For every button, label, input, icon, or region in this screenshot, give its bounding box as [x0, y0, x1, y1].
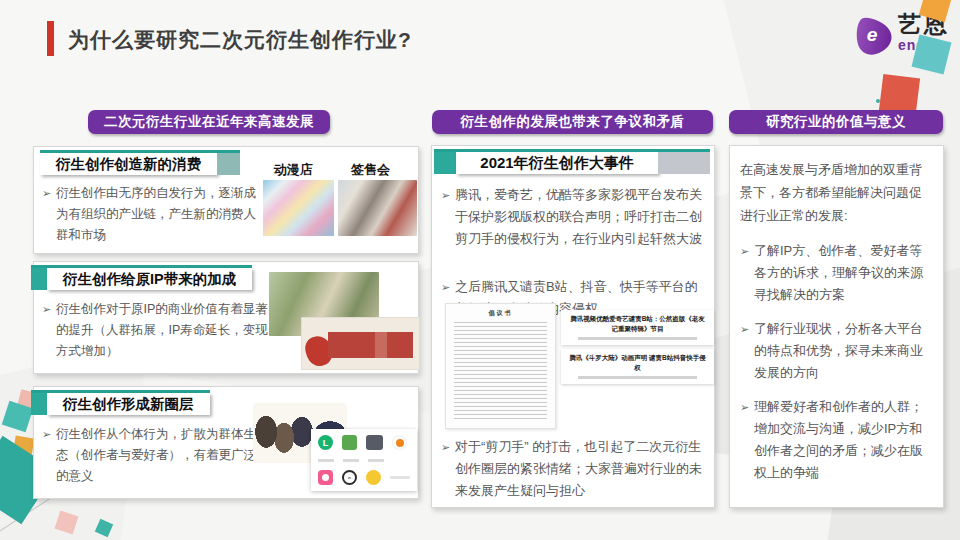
card-title-bar: 衍生创作创造新的消费 [40, 150, 240, 175]
bullet-item: ➢ 了解行业现状，分析各大平台的特点和优势，探寻未来商业发展的方向 [740, 318, 934, 384]
card-2021-events: 2021年衍生创作大事件 ➢ 腾讯，爱奇艺，优酷等多家影视平台发布关于保护影视版… [431, 145, 715, 508]
card-title: 衍生创作创造新的消费 [40, 153, 217, 175]
card-title: 2021年衍生创作大事件 [456, 152, 658, 174]
app-icon-row: L [318, 435, 410, 450]
bullet-marker: ➢ [740, 318, 754, 384]
decor-square-teal [911, 34, 951, 74]
bullet-item: ➢ 理解爱好者和创作者的人群；增加交流与沟通，减少IP方和创作者之间的矛盾；减少… [740, 396, 934, 484]
news-headline: 腾讯视频优酷爱奇艺谴责B站：公然盗版《老友记重聚特辑》节目 [567, 314, 708, 334]
decor-square-pink [55, 511, 79, 535]
news-headline: 腾讯《斗罗大陆》动画声明 谴责B站抖音快手侵权 [567, 353, 708, 373]
bullet-text: 了解IP方、创作者、爱好者等各方的诉求，理解争议的来源寻找解决的方案 [754, 240, 934, 306]
logo-pick-icon: e [850, 12, 894, 58]
card-new-consumption: 衍生创作创造新的消费 ➢ 衍生创作由无序的自发行为，逐渐成为有组织的产业链，产生… [33, 146, 419, 254]
title-accent-bar [47, 21, 54, 56]
news-headline-card: 腾讯视频优酷爱奇艺谴责B站：公然盗版《老友记重聚特辑》节目 [561, 310, 714, 345]
card-title-bar: 2021年衍生创作大事件 [434, 149, 710, 174]
app-caption-row [318, 459, 410, 462]
bullet-marker: ➢ [42, 424, 56, 487]
title-accent-square [434, 152, 456, 174]
photo-label-anime-store: 动漫店 [274, 161, 313, 179]
bullet-item: ➢ 了解IP方、创作者、爱好者等各方的诉求，理解争议的来源寻找解决的方案 [740, 240, 934, 306]
pink-app-icon [318, 470, 333, 485]
merch-red-banner [328, 332, 413, 358]
anime-store-photo [263, 180, 334, 236]
app-caption [318, 459, 334, 462]
card-title-bar: 衍生创作给原IP带来的加成 [31, 265, 252, 290]
section-header-growth: 二次元衍生行业在近年来高速发展 [88, 110, 330, 134]
signing-event-photo [338, 180, 417, 236]
bullet-item: ➢ 对于“剪刀手” 的打击，也引起了二次元衍生创作圈层的紧张情绪；大家普遍对行业… [441, 436, 707, 502]
bullet-marker: ➢ [740, 396, 754, 484]
slide: 为什么要研究二次元衍生创作行业? e 艺恩 endata 二次元衍生行业在近年来… [0, 0, 960, 540]
merchandise-photo [301, 317, 420, 370]
orange-app-icon [392, 435, 407, 450]
card-research-value: 在高速发展与矛盾增加的双重背景下，各方都希望能解决问题促进行业正常的发展: ➢ … [729, 145, 944, 508]
decor-square-red [879, 74, 920, 115]
news-headline-card: 腾讯《斗罗大陆》动画声明 谴责B站抖音快手侵权 [561, 349, 714, 384]
section-header-value: 研究行业的价值与意义 [729, 110, 943, 134]
bullet-text: 了解行业现状，分析各大平台的特点和优势，探寻未来商业发展的方向 [754, 318, 934, 384]
bullet-item: ➢ 衍生创作由无序的自发行为，逐渐成为有组织的产业链，产生新的消费人群和市场 [42, 183, 258, 246]
card-title: 衍生创作给原IP带来的加成 [47, 268, 252, 290]
bullet-marker: ➢ [42, 183, 56, 246]
dark-app-icon [366, 435, 383, 450]
svg-text:e: e [867, 24, 878, 45]
research-value-body: 在高速发展与矛盾增加的双重背景下，各方都希望能解决问题促进行业正常的发展: ➢ … [740, 158, 934, 496]
section-header-controversy: 衍生创作的发展也带来了争议和矛盾 [432, 110, 713, 134]
bullet-text: 理解爱好者和创作者的人群；增加交流与沟通，减少IP方和创作者之间的矛盾；减少在版… [754, 396, 934, 484]
card-title-bar: 衍生创作形成新圈层 [31, 390, 210, 415]
decor-square-teal [95, 519, 113, 537]
bullet-marker: ➢ [42, 299, 56, 362]
bullet-marker: ➢ [740, 240, 754, 306]
bullet-text: 衍生创作由无序的自发行为，逐渐成为有组织的产业链，产生新的消费人群和市场 [56, 183, 258, 246]
bullet-text: 衍生创作对于原IP的商业价值有着显著的提升（人群拓展，IP寿命延长，变现方式增加… [56, 299, 268, 362]
bullet-item: ➢ 腾讯，爱奇艺，优酷等多家影视平台发布关于保护影视版权的联合声明；呼吁打击二创… [441, 184, 707, 250]
card-title: 衍生创作形成新圈层 [47, 393, 210, 415]
bullet-marker: ➢ [441, 436, 455, 502]
yellow-app-icon [366, 470, 381, 485]
bullet-text: 对于“剪刀手” 的打击，也引起了二次元衍生创作圈层的紧张情绪；大家普遍对行业的未… [455, 436, 707, 502]
proposal-letter-title: 倡议书 [454, 309, 547, 318]
bullet-text: 腾讯，爱奇艺，优酷等多家影视平台发布关于保护影视版权的联合声明；呼吁打击二创剪刀… [455, 184, 707, 250]
proposal-letter-body-lines [454, 322, 547, 422]
photo-label-signing-event: 签售会 [351, 161, 390, 179]
proposal-letter-screenshot: 倡议书 [445, 303, 556, 429]
bullet-item: ➢ 衍生创作对于原IP的商业价值有着显著的提升（人群拓展，IP寿命延长，变现方式… [42, 299, 268, 362]
news-meta-line [578, 376, 696, 379]
app-caption [368, 459, 384, 462]
bullet-marker: ➢ [441, 184, 455, 250]
lofter-app-icon: L [318, 435, 333, 450]
app-caption [343, 459, 359, 462]
bullet-text: 衍生创作从个体行为，扩散为群体生态（创作者与爱好者），有着更广泛的意义 [56, 424, 258, 487]
intro-paragraph: 在高速发展与矛盾增加的双重背景下，各方都希望能解决问题促进行业正常的发展: [740, 158, 934, 227]
title-gray-tail [658, 152, 710, 174]
title-accent-square [31, 393, 47, 415]
card-new-circles: 衍生创作形成新圈层 ➢ 衍生创作从个体行为，扩散为群体生态（创作者与爱好者），有… [33, 386, 419, 499]
inner-app-icon: in [342, 470, 357, 485]
page-title: 为什么要研究二次元衍生创作行业? [68, 26, 412, 54]
bullet-item: ➢ 衍生创作从个体行为，扩散为群体生态（创作者与爱好者），有着更广泛的意义 [42, 424, 258, 487]
title-accent-square [217, 153, 240, 175]
app-caption [390, 476, 410, 479]
news-meta-line [578, 337, 696, 340]
green-app-icon [342, 435, 357, 450]
title-accent-square [31, 268, 47, 290]
app-icon-row: in [318, 470, 410, 485]
card-ip-boost: 衍生创作给原IP带来的加成 ➢ 衍生创作对于原IP的商业价值有着显著的提升（人群… [33, 261, 419, 374]
community-apps-panel: L in [311, 429, 417, 491]
